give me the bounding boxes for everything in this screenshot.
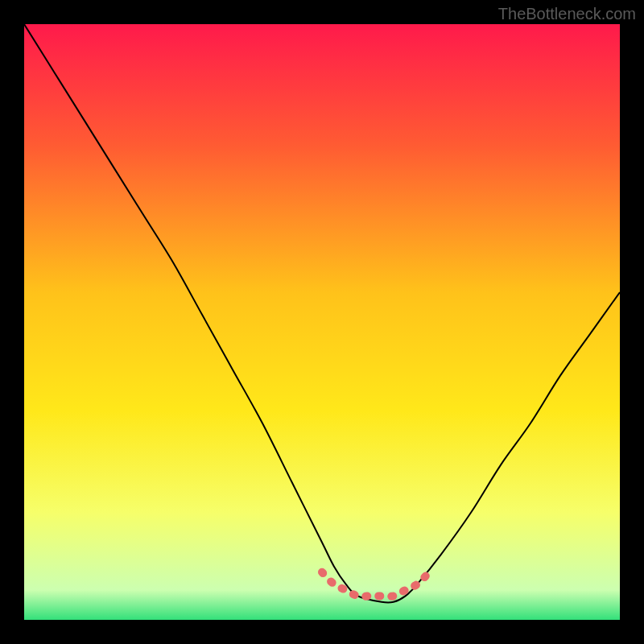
bottleneck-chart (24, 24, 620, 620)
gradient-background (24, 24, 620, 620)
chart-container (24, 24, 620, 620)
watermark-text: TheBottleneck.com (498, 5, 636, 23)
